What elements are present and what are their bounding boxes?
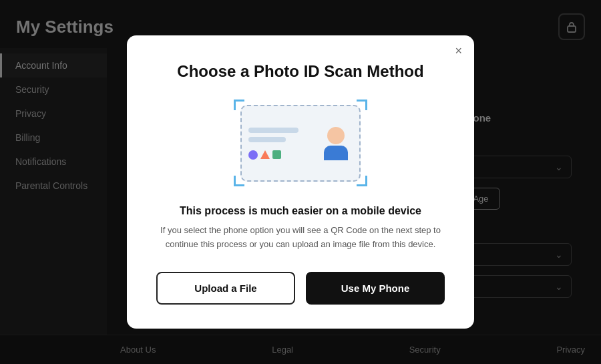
- page-background: My Settings Account Info Security Privac…: [0, 0, 601, 364]
- shape-circle: [248, 150, 258, 160]
- modal-hint-title: This process is much easier on a mobile …: [156, 205, 445, 217]
- avatar-head: [327, 127, 345, 144]
- modal-buttons: Upload a File Use My Phone: [156, 272, 445, 305]
- id-card-lines: [248, 128, 311, 160]
- modal-hint-desc: If you select the phone option you will …: [156, 224, 445, 252]
- shape-triangle: [260, 150, 270, 159]
- avatar-body: [324, 146, 348, 160]
- modal-overlay: × Choose a Photo ID Scan Method: [0, 0, 601, 364]
- use-phone-button[interactable]: Use My Phone: [306, 272, 445, 305]
- shape-square: [272, 150, 281, 159]
- upload-file-button[interactable]: Upload a File: [156, 272, 295, 305]
- modal-close-button[interactable]: ×: [455, 45, 462, 57]
- id-card-shapes: [248, 150, 311, 160]
- avatar-container: [319, 127, 353, 160]
- id-line-1: [248, 128, 298, 133]
- id-line-2: [248, 137, 286, 142]
- modal-title: Choose a Photo ID Scan Method: [156, 62, 445, 81]
- id-card-frame: [240, 105, 361, 182]
- id-card-illustration: [234, 100, 367, 186]
- photo-id-modal: × Choose a Photo ID Scan Method: [127, 35, 474, 329]
